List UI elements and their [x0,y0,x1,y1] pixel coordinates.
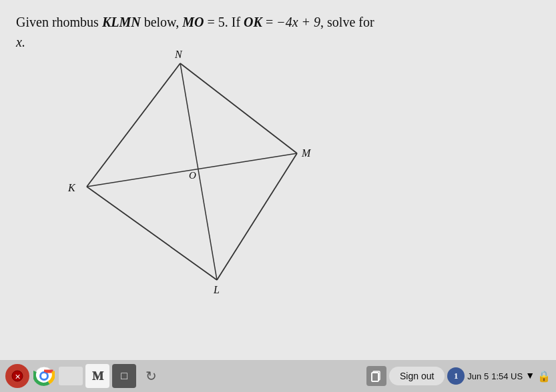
eq2-lhs: OK [244,15,262,29]
label-L: L [213,284,220,295]
taskbar-copy-icon[interactable] [366,366,386,386]
wifi-icon: ▼ [525,371,535,381]
label-M: M [301,147,312,159]
eq1-suffix: . If [225,15,244,29]
variable-x: x. [16,35,25,49]
taskbar-refresh-icon[interactable]: ↻ [139,364,163,388]
svg-rect-13 [372,373,378,381]
taskbar-m-icon[interactable]: 𝐌 [85,364,109,388]
eq2-suffix: , solve for [320,15,374,29]
label-O: O [189,170,196,181]
taskbar-notification-badge[interactable]: 1 [447,367,465,385]
main-content: Given rhombus KLMN below, MO = 5. If OK … [0,0,556,360]
eq1-sign: = [204,15,218,29]
eq2-rhs: −4x + 9 [276,15,320,29]
problem-statement: Given rhombus KLMN below, MO = 5. If OK … [16,12,537,52]
svg-point-11 [41,373,47,379]
svg-line-3 [87,187,217,280]
label-N: N [174,50,183,60]
taskbar-chrome-icon[interactable] [32,364,56,388]
problem-prefix: Given rhombus [16,15,102,29]
taskbar-date: Jun 5 [467,371,489,381]
taskbar-lines-icon[interactable] [59,367,83,385]
taskbar-time: 1:54 US [491,371,523,381]
eq2-sign: = [262,15,276,29]
lock-icon: 🔒 [537,370,551,383]
rhombus-name: KLMN [102,15,141,29]
svg-line-2 [217,153,297,280]
svg-line-5 [180,63,217,280]
label-K: K [67,182,76,193]
sign-out-button[interactable]: Sign out [389,367,445,385]
svg-text:✕: ✕ [15,373,21,381]
taskbar-square-icon[interactable]: □ [112,364,136,388]
svg-line-1 [180,63,297,153]
taskbar: ✕ 𝐌 □ ↻ [0,360,556,392]
svg-line-0 [87,63,180,187]
taskbar-icon-1[interactable]: ✕ [5,364,29,388]
problem-middle: below, [141,15,183,29]
rhombus-diagram: N M L K O [20,50,340,317]
eq1-lhs: MO [182,15,204,29]
eq1-rhs: 5 [218,15,225,29]
